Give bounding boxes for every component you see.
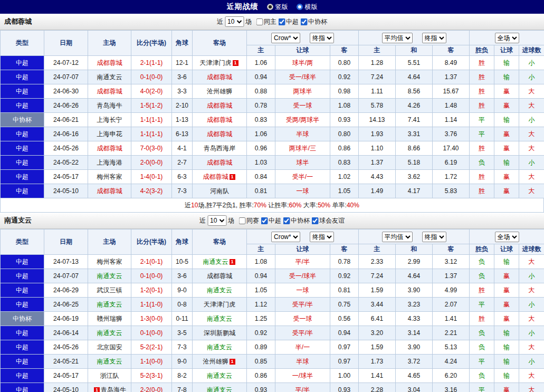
competition-type: 中超	[1, 283, 44, 298]
filter-option[interactable]: 中协杯	[300, 17, 327, 26]
result-winlose: 胜	[470, 184, 494, 198]
euro-home-odds: 2.33	[359, 255, 396, 269]
filter-option[interactable]: 中超	[260, 216, 281, 225]
col-result-goals: 进球数	[519, 45, 544, 56]
result-winlose: 负	[470, 326, 494, 340]
scope-select[interactable]: 全场	[495, 33, 519, 43]
vertical-radio-icon[interactable]	[267, 4, 273, 10]
team-name-text: 南通支云	[97, 73, 122, 81]
asian-stage-select[interactable]: 终指	[310, 33, 334, 43]
match-date: 24-06-19	[44, 312, 88, 326]
col-asian-away: 客	[330, 244, 359, 255]
filter-checkbox[interactable]	[261, 217, 268, 224]
euro-home-odds: 2.28	[359, 383, 396, 392]
result-handicap: 赢	[494, 298, 519, 312]
team-name-text: 沧州雄狮	[203, 358, 228, 365]
match-row: 中超24-06-16上海申花1-1(1-1)6-13成都蓉城1.06半球0.80…	[1, 127, 544, 141]
competition-type: 中超	[1, 141, 44, 156]
recent-suffix-label: 场	[228, 216, 234, 225]
bookmaker-select[interactable]: Crow*	[271, 232, 300, 242]
record-summary: 近10场,胜7平2负1, 胜率:70% 让胜率:60% 大率:50% 单率:40…	[0, 198, 544, 213]
asian-home-odds: 0.94	[247, 269, 275, 283]
col-header-type: 类型	[1, 230, 44, 255]
filter-checkbox[interactable]	[238, 217, 245, 224]
home-team: 南通支云	[88, 70, 131, 84]
col-asian-away: 客	[330, 45, 359, 56]
filter-checkbox[interactable]	[311, 217, 318, 224]
euro-draw-odds: 3.23	[396, 298, 433, 312]
match-row: 中超24-05-17梅州客家1-4(0-1)6-3成都蓉城10.84受半/一1.…	[1, 170, 544, 184]
result-goals: 小	[519, 70, 544, 84]
result-winlose: 负	[470, 255, 494, 269]
horizontal-radio-icon[interactable]	[297, 4, 303, 10]
competition-type: 中超	[1, 369, 44, 383]
euro-draw-odds: 4.17	[396, 184, 433, 198]
red-card-badge: 1	[230, 359, 235, 365]
summary-segment: 让胜率:	[266, 201, 289, 210]
euro-away-odds: 5.83	[433, 184, 470, 198]
match-row: 中超24-06-30成都蓉城4-0(2-0)3-3沧州雄狮0.88两球半0.98…	[1, 84, 544, 99]
euro-home-odds: 1.28	[359, 56, 396, 70]
filter-option[interactable]: 中超	[278, 17, 299, 26]
euro-home-odds: 1.59	[359, 283, 396, 298]
euro-avg-select[interactable]: 平均值	[382, 33, 413, 43]
asian-home-odds: 1.06	[247, 127, 275, 141]
euro-draw-odds: 2.99	[396, 255, 433, 269]
recent-count-select[interactable]: 10	[225, 16, 244, 27]
euro-stage-select[interactable]: 终指	[422, 232, 446, 242]
filter-option[interactable]: 中协杯	[282, 216, 310, 225]
match-date: 24-06-21	[44, 113, 88, 127]
summary-segment: 近	[185, 201, 191, 210]
recent-count-select[interactable]: 10	[207, 215, 226, 226]
euro-stage-select[interactable]: 终指	[422, 33, 446, 43]
filter-option-label: 同赛	[246, 216, 259, 225]
result-goals: 大	[519, 99, 544, 113]
match-score: 2-1(0-1)	[131, 255, 172, 269]
col-result-goals: 进球数	[519, 244, 544, 255]
away-team: 深圳新鹏城	[193, 326, 247, 340]
match-date: 24-06-29	[44, 283, 88, 298]
asian-home-odds: 0.89	[247, 340, 275, 355]
filter-checkbox[interactable]	[300, 18, 307, 25]
euro-draw-odds: 8.66	[396, 141, 433, 156]
match-date: 24-05-26	[44, 340, 88, 355]
filter-checkbox[interactable]	[256, 18, 263, 25]
home-team: 梅州客家	[88, 255, 131, 269]
corner-count: 2-10	[172, 99, 193, 113]
team-name-text: 沧州雄狮	[207, 88, 232, 95]
match-row: 中超24-07-12成都蓉城2-1(1-1)12-1天津津门虎11.06球半/两…	[1, 56, 544, 70]
corner-count: 3-6	[172, 70, 193, 84]
layout-option-vertical[interactable]: 竖版	[267, 3, 288, 12]
match-date: 24-06-30	[44, 84, 88, 99]
euro-avg-select[interactable]: 平均值	[382, 232, 413, 242]
result-winlose: 胜	[470, 99, 494, 113]
filter-option[interactable]: 球会友谊	[311, 216, 345, 225]
asian-away-odds: 1.08	[330, 99, 359, 113]
col-asian-home: 主	[247, 244, 275, 255]
match-row: 中超24-07-07南通支云0-1(0-0)3-6成都蓉城0.94受一/球半0.…	[1, 269, 544, 283]
match-date: 24-05-10	[44, 184, 88, 198]
team-name-text: 成都蓉城	[207, 116, 232, 123]
filter-checkbox[interactable]	[278, 18, 285, 25]
asian-stage-select[interactable]: 终指	[310, 232, 334, 242]
result-handicap: 输	[494, 340, 519, 355]
filter-checkbox[interactable]	[283, 217, 290, 224]
layout-option-horizontal[interactable]: 横版	[297, 3, 318, 12]
euro-draw-odds: 8.56	[396, 84, 433, 99]
corner-count: 10-5	[172, 255, 193, 269]
bookmaker-select[interactable]: Crow*	[271, 33, 300, 43]
asian-home-odds: 0.92	[247, 326, 275, 340]
match-date: 24-05-21	[44, 355, 88, 369]
away-team: 河南队	[193, 184, 247, 198]
result-scope-controls: 全场	[470, 230, 544, 244]
team-name-text: 南通支云	[207, 286, 232, 294]
filter-option[interactable]: 同赛	[238, 216, 259, 225]
filter-option[interactable]: 同主	[255, 17, 276, 26]
match-date: 24-05-17	[44, 369, 88, 383]
corner-count: 12-1	[172, 56, 193, 70]
scope-select[interactable]: 全场	[495, 232, 519, 242]
filter-option-label: 中超	[286, 17, 299, 26]
asian-handicap-line: 两球半	[275, 84, 330, 99]
team-name-text: 成都蓉城	[207, 272, 232, 280]
matches-table: 类型 日期 主场 比分(半场) 角球 客场 Crow*终指 平均值终指 全场 主…	[0, 30, 544, 198]
